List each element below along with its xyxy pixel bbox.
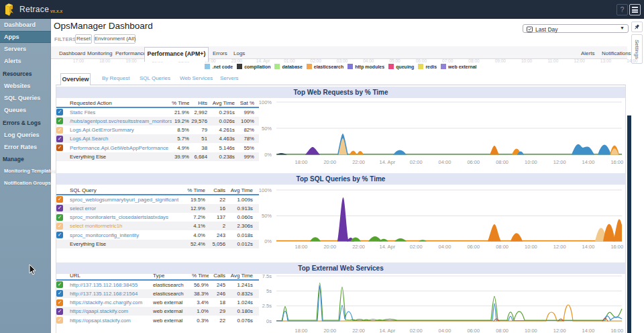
svg-text:10:00: 10:00 [525, 328, 537, 333]
svg-text:100%: 100% [259, 187, 272, 193]
svg-text:04:00: 04:00 [439, 328, 451, 333]
svg-text:04:00: 04:00 [439, 244, 451, 250]
svg-text:14. Apr: 14. Apr [380, 328, 396, 333]
svg-text:06:00: 06:00 [467, 244, 480, 250]
svg-text:14. Apr: 14. Apr [380, 244, 396, 250]
svg-text:2.5s: 2.5s [262, 303, 272, 309]
svg-text:06:00: 06:00 [467, 159, 480, 165]
svg-text:02:00: 02:00 [410, 328, 423, 333]
svg-text:20:00: 20:00 [323, 328, 336, 333]
svg-text:22:00: 22:00 [352, 328, 365, 333]
svg-text:04:00: 04:00 [439, 159, 451, 165]
svg-text:14:00: 14:00 [582, 159, 595, 165]
svg-text:18:00: 18:00 [295, 159, 308, 165]
svg-text:100%: 100% [259, 99, 272, 105]
svg-text:08:00: 08:00 [496, 244, 508, 250]
svg-text:20:00: 20:00 [323, 244, 336, 250]
svg-text:08:00: 08:00 [496, 159, 508, 165]
svg-text:10:00: 10:00 [525, 159, 537, 165]
svg-text:20:00: 20:00 [323, 159, 336, 165]
svg-text:22:00: 22:00 [352, 159, 365, 165]
svg-text:18:00: 18:00 [295, 328, 308, 333]
svg-text:50%: 50% [262, 126, 272, 132]
svg-text:7.5s: 7.5s [262, 273, 272, 279]
svg-text:02:00: 02:00 [410, 159, 423, 165]
svg-text:0%: 0% [264, 238, 272, 244]
svg-text:0%: 0% [264, 152, 272, 158]
svg-text:5s: 5s [266, 288, 272, 294]
svg-text:16:00: 16:00 [610, 328, 623, 333]
svg-text:12:00: 12:00 [553, 328, 566, 333]
svg-text:08:00: 08:00 [496, 328, 508, 333]
svg-text:0s: 0s [266, 318, 272, 324]
svg-text:06:00: 06:00 [467, 328, 480, 333]
svg-text:02:00: 02:00 [410, 244, 423, 250]
svg-text:12:00: 12:00 [553, 159, 566, 165]
svg-text:50%: 50% [262, 213, 272, 219]
svg-text:10:00: 10:00 [525, 244, 537, 250]
svg-text:14. Apr: 14. Apr [380, 159, 396, 165]
svg-text:12:00: 12:00 [553, 244, 566, 250]
svg-text:16:00: 16:00 [610, 159, 623, 165]
svg-text:16:00: 16:00 [610, 244, 623, 250]
svg-text:18:00: 18:00 [295, 244, 308, 250]
svg-text:14:00: 14:00 [582, 244, 595, 250]
svg-text:22:00: 22:00 [352, 244, 365, 250]
svg-text:14:00: 14:00 [582, 328, 595, 333]
